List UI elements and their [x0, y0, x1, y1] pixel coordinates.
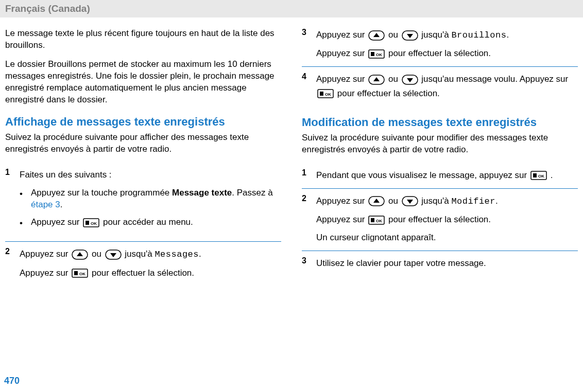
- language-label: Français (Canada): [5, 3, 90, 14]
- text: jusqu'au message voulu. Appuyez sur: [419, 74, 569, 84]
- step-number: 1: [5, 168, 20, 236]
- section-heading-view: Affichage de messages texte enregistrés: [5, 115, 281, 129]
- page-body: Le message texte le plus récent figure t…: [0, 17, 583, 286]
- step1-sub2: Appuyez sur pour accéder au menu.: [20, 216, 281, 230]
- view-steps-cont: 3 Appuyez sur ou jusqu'à Brouillons. App…: [302, 28, 578, 106]
- bullet-icon: [20, 187, 31, 211]
- step-number: 3: [302, 256, 316, 270]
- modify-step-2: 2 Appuyez sur ou jusqu'à Modifier. Appuy…: [302, 189, 578, 252]
- view-step-2: 2 Appuyez sur ou jusqu'à Messages. Appuy…: [5, 242, 281, 286]
- step-number: 4: [302, 72, 316, 100]
- line-a: Appuyez sur ou jusqu'à Modifier.: [316, 194, 578, 208]
- ok-key-icon: [83, 218, 99, 227]
- text: .: [60, 200, 63, 209]
- up-key-icon: [368, 30, 385, 41]
- modify-step-3: 3 Utilisez le clavier pour taper votre m…: [302, 251, 578, 276]
- section-lead-view: Suivez la procédure suivante pour affich…: [5, 132, 281, 155]
- up-key-icon: [72, 250, 88, 260]
- step1-sub1: Appuyez sur la touche programmée Message…: [20, 187, 281, 211]
- text: jusqu'à: [419, 30, 452, 40]
- text: Appuyez sur: [31, 217, 82, 227]
- page-header: Français (Canada): [0, 0, 583, 17]
- text: pour effectuer la sélection.: [89, 268, 194, 278]
- step-body: Utilisez le clavier pour taper votre mes…: [316, 256, 578, 270]
- view-step-4: 4 Appuyez sur ou jusqu'au message voulu.…: [302, 67, 578, 106]
- view-step-3: 3 Appuyez sur ou jusqu'à Brouillons. App…: [302, 28, 578, 67]
- text: Appuyez sur: [316, 74, 367, 84]
- link-step3[interactable]: étape 3: [31, 200, 60, 209]
- step-body: Faites un des suivants : Appuyez sur la …: [20, 168, 281, 236]
- text: Appuyez sur: [20, 249, 71, 259]
- text: ou: [89, 249, 104, 259]
- text: jusqu'à: [123, 249, 155, 259]
- section-heading-modify: Modification de messages texte enregistr…: [302, 116, 578, 129]
- up-key-icon: [368, 75, 385, 85]
- page-number: 470: [4, 376, 20, 386]
- down-key-icon: [402, 75, 418, 85]
- step-number: 2: [5, 247, 20, 279]
- text: pour effectuer la sélection.: [386, 48, 491, 58]
- ok-key-icon: [317, 89, 334, 98]
- text: pour accéder au menu.: [100, 217, 193, 227]
- step-number: 2: [302, 194, 316, 245]
- modify-steps: 1 Pendant que vous visualisez le message…: [302, 163, 578, 277]
- step-body: Appuyez sur ou jusqu'à Modifier. Appuyez…: [316, 194, 578, 245]
- line-b: Appuyez sur pour effectuer la sélection.: [20, 266, 281, 280]
- line-a: Appuyez sur ou jusqu'à Messages.: [20, 247, 281, 261]
- menu-item-modifier: Modifier: [451, 197, 495, 206]
- step-number: 1: [302, 168, 316, 182]
- step-body: Appuyez sur ou jusqu'au message voulu. A…: [316, 72, 578, 100]
- down-key-icon: [105, 250, 122, 260]
- modify-step-1: 1 Pendant que vous visualisez le message…: [302, 163, 578, 189]
- text: Appuyez sur: [316, 48, 367, 58]
- bullet-icon: [20, 216, 31, 230]
- sub-body: Appuyez sur pour accéder au menu.: [31, 216, 281, 230]
- sub-body: Appuyez sur la touche programmée Message…: [31, 187, 281, 211]
- left-column: Le message texte le plus récent figure t…: [5, 28, 281, 286]
- step-body: Appuyez sur ou jusqu'à Messages. Appuyez…: [20, 247, 281, 279]
- view-steps: 1 Faites un des suivants : Appuyez sur l…: [5, 163, 281, 286]
- text: pour effectuer la sélection.: [386, 215, 491, 224]
- text: Pendant que vous visualisez le message, …: [316, 170, 529, 180]
- intro-paragraph-1: Le message texte le plus récent figure t…: [5, 28, 281, 51]
- menu-item-messages: Messages: [155, 250, 199, 259]
- view-step-1: 1 Faites un des suivants : Appuyez sur l…: [5, 163, 281, 242]
- line-b: Appuyez sur pour effectuer la sélection.: [316, 46, 578, 60]
- right-column: 3 Appuyez sur ou jusqu'à Brouillons. App…: [302, 28, 578, 286]
- ok-key-icon: [368, 216, 385, 225]
- text: .: [199, 249, 201, 259]
- ok-key-icon: [530, 171, 547, 180]
- intro-paragraph-2: Le dossier Brouillons permet de stocker …: [5, 59, 281, 106]
- step1-sublist: Appuyez sur la touche programmée Message…: [20, 187, 281, 230]
- down-key-icon: [402, 30, 418, 41]
- text: Appuyez sur la touche programmée: [31, 188, 172, 198]
- text: ou: [386, 30, 400, 40]
- bold-text: Message texte: [172, 188, 232, 198]
- text: Appuyez sur: [20, 268, 71, 278]
- text: .: [548, 170, 553, 180]
- text: Appuyez sur: [316, 30, 367, 40]
- step-number: 3: [302, 28, 316, 60]
- line-b: Appuyez sur pour effectuer la sélection.: [316, 212, 578, 226]
- ok-key-icon: [72, 269, 88, 278]
- step1-text: Faites un des suivants :: [20, 170, 112, 180]
- text: .: [506, 30, 509, 40]
- section-lead-modify: Suivez la procédure suivante pour modifi…: [302, 132, 578, 156]
- menu-item-brouillons: Brouillons: [451, 30, 506, 40]
- text: ou: [386, 74, 400, 84]
- text: ou: [386, 196, 400, 206]
- text: . Passez à: [232, 188, 272, 198]
- up-key-icon: [368, 196, 385, 206]
- step-body: Pendant que vous visualisez le message, …: [316, 168, 578, 182]
- line-a: Appuyez sur ou jusqu'à Brouillons.: [316, 28, 578, 42]
- text: .: [495, 196, 498, 206]
- text: pour effectuer la sélection.: [335, 88, 440, 98]
- text: Appuyez sur: [316, 196, 367, 206]
- down-key-icon: [402, 196, 418, 206]
- step-body: Appuyez sur ou jusqu'à Brouillons. Appuy…: [316, 28, 578, 60]
- text: Appuyez sur: [316, 215, 367, 224]
- text: jusqu'à: [419, 196, 452, 206]
- ok-key-icon: [368, 49, 385, 59]
- line-c: Un curseur clignotant apparaît.: [316, 230, 578, 244]
